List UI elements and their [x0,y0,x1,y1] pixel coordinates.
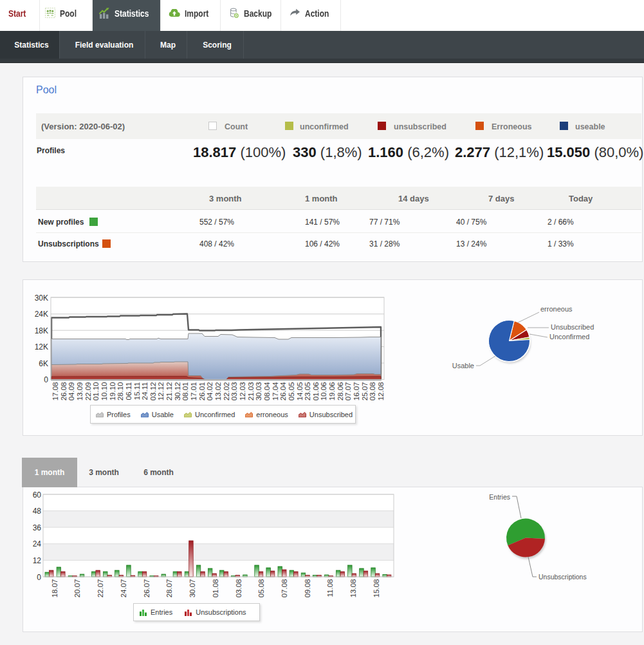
svg-text:6K: 6K [39,359,48,368]
svg-text:15.11: 15.11 [133,382,141,400]
svg-text:07.07: 07.07 [344,382,352,401]
svg-text:16.07: 16.07 [353,382,360,401]
svg-text:20.07: 20.07 [73,579,81,598]
svg-text:24K: 24K [35,310,48,319]
svg-text:10.10: 10.10 [100,382,108,401]
svg-text:03.12: 03.12 [149,382,157,401]
svg-text:28.10: 28.10 [116,382,124,401]
svg-text:36: 36 [33,523,42,532]
svg-text:21.03: 21.03 [247,382,255,401]
svg-text:08.04: 08.04 [263,382,271,400]
svg-text:05.05: 05.05 [288,382,295,401]
svg-text:26.04: 26.04 [279,382,287,400]
svg-text:11.08: 11.08 [326,579,334,597]
svg-text:22.09: 22.09 [84,382,92,401]
svg-text:08.01: 08.01 [181,382,189,401]
svg-text:22.02: 22.02 [223,382,230,401]
svg-text:17.08: 17.08 [51,382,59,401]
svg-text:Unsubscriptions: Unsubscriptions [538,573,587,581]
svg-text:25.07: 25.07 [361,382,369,401]
svg-text:28.07: 28.07 [165,579,173,598]
svg-text:17.04: 17.04 [271,382,279,400]
svg-text:60: 60 [33,491,42,500]
svg-text:03.03: 03.03 [230,382,238,401]
svg-text:30K: 30K [35,294,48,303]
svg-text:01.08: 01.08 [212,579,219,598]
svg-text:12: 12 [33,556,42,565]
svg-text:14.05: 14.05 [296,382,304,401]
svg-text:09.08: 09.08 [304,579,311,598]
svg-text:30.12: 30.12 [174,382,181,401]
svg-text:Unsubscribed: Unsubscribed [551,323,594,331]
svg-text:Usable: Usable [452,362,474,369]
svg-text:0: 0 [37,573,41,582]
svg-text:Unconfirmed: Unconfirmed [549,333,589,341]
svg-text:03.08: 03.08 [369,382,376,401]
svg-text:26.07: 26.07 [143,579,151,598]
svg-text:04.02: 04.02 [206,382,214,401]
svg-text:21.12: 21.12 [165,382,173,401]
svg-text:18.07: 18.07 [51,579,59,598]
svg-text:03.08: 03.08 [235,579,243,598]
svg-text:48: 48 [33,507,42,516]
svg-text:15.08: 15.08 [373,579,380,598]
svg-text:0: 0 [44,375,48,384]
svg-text:erroneous: erroneous [540,305,573,313]
svg-text:10.06: 10.06 [320,382,327,401]
svg-text:19.06: 19.06 [328,382,336,401]
svg-text:18K: 18K [35,326,48,335]
svg-text:12.12: 12.12 [157,382,165,401]
svg-text:23.05: 23.05 [304,382,311,401]
svg-text:Entries: Entries [489,493,510,501]
svg-text:30.03: 30.03 [255,382,262,401]
svg-text:07.08: 07.08 [281,579,288,598]
svg-text:24.07: 24.07 [120,579,127,598]
svg-text:26.01: 26.01 [198,382,206,401]
svg-text:05.08: 05.08 [257,579,265,598]
svg-text:12.03: 12.03 [239,382,246,401]
svg-text:24.11: 24.11 [141,382,149,400]
svg-text:12K: 12K [35,342,48,351]
svg-text:13.08: 13.08 [349,579,357,598]
svg-text:22.07: 22.07 [97,579,104,598]
svg-text:12.08: 12.08 [377,382,385,401]
svg-text:24: 24 [33,539,42,548]
svg-text:13.09: 13.09 [76,382,84,401]
svg-text:04.09: 04.09 [68,382,75,401]
svg-text:01.10: 01.10 [92,382,100,401]
svg-text:26.08: 26.08 [60,382,68,401]
svg-text:13.02: 13.02 [214,382,222,401]
svg-text:19.10: 19.10 [109,382,116,401]
svg-text:06.11: 06.11 [125,382,133,400]
svg-text:17.01: 17.01 [190,382,198,401]
svg-text:01.06: 01.06 [312,382,320,401]
svg-text:28.06: 28.06 [336,382,344,401]
svg-text:30.07: 30.07 [189,579,196,598]
